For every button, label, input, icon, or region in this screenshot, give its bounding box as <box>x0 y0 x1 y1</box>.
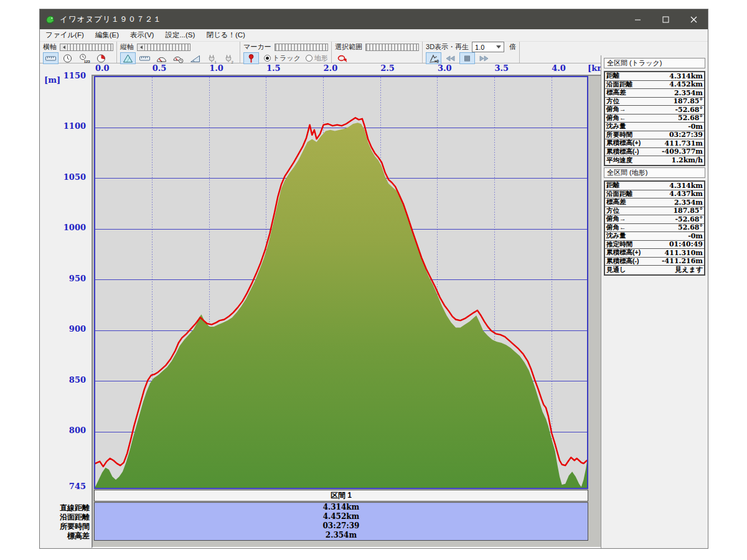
terrain-stat-row: 沿面距離4.437km <box>605 190 704 199</box>
play-button[interactable] <box>476 52 492 64</box>
terrain-stat-row: 俯角←52.68° <box>605 224 704 233</box>
speed-zero-button[interactable]: ×0 <box>426 52 441 64</box>
radio-off-icon <box>306 55 312 62</box>
plug-2-button[interactable]: 2 <box>221 52 237 64</box>
vertical-axis-zoom-slider[interactable] <box>137 44 190 51</box>
mountain-icon <box>122 54 134 63</box>
mountain-button[interactable] <box>120 52 136 64</box>
plug-1-button[interactable]: 1 <box>204 52 220 64</box>
toolbar-group-playback: 3D表示・再生1.0倍×0 <box>423 42 520 63</box>
horizontal-axis-slider-handle[interactable] <box>60 44 68 50</box>
stat-label: 累積標高(-) <box>606 148 639 156</box>
terrain-stat-row: 標高差2.354m <box>605 198 704 207</box>
clock-button[interactable] <box>60 52 75 64</box>
stat-value: 2.354m <box>674 89 703 97</box>
terrain-stat-row: 見通し見えます <box>605 266 704 274</box>
radio-地形[interactable]: 地形 <box>306 54 328 63</box>
elevation-profile-svg[interactable] <box>95 77 587 488</box>
clock-123-button[interactable]: 123 <box>77 52 92 64</box>
stop-button[interactable] <box>459 52 475 64</box>
track-stat-row: 所要時間03:27:39 <box>605 131 704 140</box>
stat-label: 所要時間 <box>606 131 632 139</box>
play-icon <box>478 54 490 63</box>
minimize-button[interactable] <box>624 9 652 29</box>
x-tick-label: 2.0 <box>324 63 338 73</box>
selection-range-zoom-slider[interactable] <box>365 44 419 51</box>
y-tick-label: 850 <box>40 375 86 385</box>
vertical-axis-label: 縦軸 <box>120 42 134 52</box>
menu-settings[interactable]: 設定...(S) <box>159 29 200 41</box>
ruler-button[interactable] <box>137 52 153 64</box>
stat-label: 見通し <box>606 266 626 274</box>
x-tick-label: 3.0 <box>438 63 452 73</box>
stat-value: 01:40:49 <box>669 241 703 249</box>
slope-button[interactable] <box>187 52 203 64</box>
marker-pin-icon <box>245 54 257 63</box>
y-tick-label: 1050 <box>40 172 86 182</box>
playback-speed-value: 1.0 <box>472 44 496 51</box>
track-stats-header: 全区間 (トラック) <box>604 58 705 68</box>
window-title: イワオヌプリ１９０７２１ <box>60 14 162 25</box>
radio-トラック[interactable]: トラック <box>264 54 301 63</box>
stat-label: 標高差 <box>606 89 626 97</box>
rewind-icon <box>444 54 456 63</box>
track-stat-row: 累積標高(-)-409.377m <box>605 148 704 157</box>
track-stat-row: 俯角→-52.68° <box>605 106 704 114</box>
y-tick-label: 950 <box>40 274 86 283</box>
rewind-button[interactable] <box>443 52 458 64</box>
menu-file[interactable]: ファイル(F) <box>40 29 90 41</box>
stat-value: -52.68° <box>675 215 703 223</box>
app-icon <box>45 14 55 25</box>
section-value: 03:27:39 <box>95 521 588 531</box>
maximize-button[interactable] <box>652 9 680 29</box>
stat-label: 俯角← <box>606 114 626 123</box>
pie-timer-icon <box>95 54 107 63</box>
stat-value: 52.68° <box>678 224 703 232</box>
close-icon <box>690 16 697 23</box>
stat-label: 方位 <box>606 207 619 215</box>
stat-label: 距離 <box>606 72 619 80</box>
y-tick-label: 900 <box>40 324 86 334</box>
section-row-label: 直線距離 <box>40 503 90 512</box>
section-row-label: 標高差 <box>40 531 90 540</box>
stat-label: 累積標高(-) <box>606 258 639 266</box>
gauge-button[interactable] <box>154 52 169 64</box>
playback-speed-select[interactable]: 1.0 <box>472 42 504 52</box>
track-stats-table: 距離4.314km沿面距離4.452km標高差2.354m方位187.85°俯角… <box>604 71 705 166</box>
pie-timer-button[interactable] <box>93 52 109 64</box>
y-tick-label: 745 <box>40 482 86 491</box>
track-stat-row: 平均速度1.2km/h <box>605 156 704 165</box>
stat-label: 沿面距離 <box>606 81 632 89</box>
section-row-label: 沿面距離 <box>40 512 90 521</box>
ruler-button[interactable] <box>43 52 59 64</box>
horizontal-axis-zoom-slider[interactable] <box>60 44 113 51</box>
elevation-plot[interactable] <box>94 76 588 489</box>
marker-pin-button[interactable] <box>243 52 259 64</box>
gauge-icon <box>156 54 167 63</box>
stat-value: 411.731m <box>665 139 703 147</box>
terrain-stat-row: 推定時間01:40:49 <box>605 241 704 250</box>
svg-text:2: 2 <box>232 60 234 63</box>
ruler-icon <box>45 54 57 63</box>
stat-label: 標高差 <box>606 198 626 207</box>
radio-label: 地形 <box>314 54 328 63</box>
toolbar-group-marker: マーカートラック地形 <box>240 42 332 63</box>
stat-label: 沈み量 <box>606 123 626 131</box>
close-button[interactable] <box>680 9 708 29</box>
stat-value: -411.216m <box>662 258 703 266</box>
stat-value: 見えます <box>675 266 703 274</box>
minimize-icon <box>634 16 641 23</box>
menu-view[interactable]: 表示(V) <box>125 29 159 41</box>
lasso-button[interactable] <box>335 52 350 64</box>
gauge-clock-button[interactable] <box>171 52 186 64</box>
stat-value: -409.377m <box>662 148 703 156</box>
menu-close[interactable]: 閉じる！(C) <box>200 29 251 41</box>
vertical-axis-slider-handle[interactable] <box>138 44 145 50</box>
stat-value: 4.314km <box>669 72 703 80</box>
marker-zoom-slider[interactable] <box>275 44 328 51</box>
stat-label: 平均速度 <box>606 156 632 165</box>
section-value: 4.452km <box>95 512 588 521</box>
track-stat-row: 累積標高(+)411.731m <box>605 139 704 148</box>
menu-edit[interactable]: 編集(E) <box>90 29 125 41</box>
clock-123-icon: 123 <box>78 54 90 63</box>
